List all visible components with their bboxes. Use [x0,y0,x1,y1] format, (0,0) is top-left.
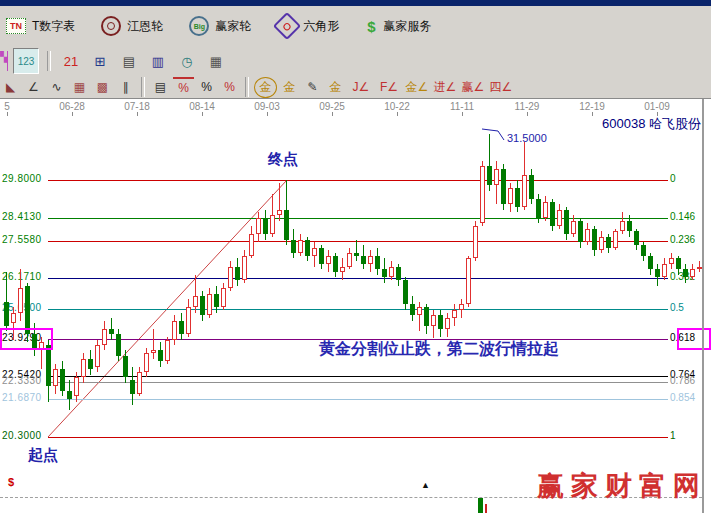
candle-body [319,248,324,264]
highlight-box-right [677,328,711,350]
candle-body [403,280,408,304]
candle-body [529,175,534,199]
candle-body [676,258,681,269]
candle-body [662,264,667,277]
candle-body [431,315,436,326]
candle-body [207,294,212,315]
candle-body [298,240,303,253]
candle-body [564,210,569,234]
candle-body [683,269,688,277]
candle-body [571,221,576,234]
candle-body [592,229,597,250]
app-window: TNT数字表江恩轮Big赢家轮六角形$赢家服务 ▚12321⊞▤▥◷▦ ◣∠∿▦… [0,0,711,513]
candle-body [417,307,422,315]
candle-body [277,210,282,215]
candle-body [522,175,527,207]
chart-right-border [702,99,704,513]
candle-body [326,256,331,264]
fib-line-0.236 [48,241,668,242]
high-pointer-line [482,129,504,140]
candle-body [221,288,226,307]
ratio-label-1: 1 [670,430,676,441]
candle-body [312,248,317,256]
candle-body [179,321,184,334]
candle-body [256,218,261,234]
candle-body [193,296,198,307]
ratio-label-0.146: 0.146 [670,211,695,222]
candle-body [81,359,86,377]
candle-body [228,267,233,288]
golden-section-note: 黄金分割位止跌，第二波行情拉起 [319,339,559,360]
ratio-label-0.854: 0.854 [670,392,695,403]
price-label-26.1710: 26.1710 [2,271,42,282]
candle-wick [195,275,196,313]
candle-body [438,315,443,329]
candle-body [473,226,478,258]
candle-body [186,307,191,334]
candle-body [60,369,65,391]
candle-body [480,166,485,223]
candle-body [634,231,639,245]
candle-body [690,269,695,277]
site-watermark: 赢家财富网 [537,468,707,504]
candle-body [648,256,653,269]
price-label-27.5580: 27.5580 [2,234,42,245]
candle-body [501,169,506,204]
candle-body [424,307,429,326]
candle-body [466,258,471,304]
candle-body [389,267,394,277]
candle-body [116,334,121,356]
candle-body [550,202,555,226]
ratio-label-0.5: 0.5 [670,302,684,313]
candle-body [88,359,93,369]
candle-body [354,253,359,256]
candle-body [410,304,415,315]
candle-body [200,296,205,315]
candle-body [340,267,345,272]
candle-body [46,345,51,386]
candle-body [165,340,170,361]
candle-body [459,304,464,310]
candle-body [494,169,499,185]
start-point-annotation: 起点 [28,446,58,465]
high-price-annotation: 31.5000 [507,132,547,144]
candle-body [606,237,611,248]
candle-body [214,294,219,307]
candle-body [102,329,107,345]
candle-body [578,221,583,242]
candle-body [4,302,9,326]
candle-body [508,188,513,204]
candle-body [67,391,72,399]
candle-body [543,202,548,218]
candle-body [123,356,128,377]
fib-line-0.854 [48,399,668,400]
candle-body [74,377,79,396]
candle-body [270,215,275,234]
candle-body [249,234,254,256]
candle-body [641,245,646,256]
fib-line-1 [48,437,668,438]
candle-body [242,256,247,280]
end-point-annotation: 终点 [268,150,298,169]
candle-body [452,310,457,318]
fib-line-0 [48,180,668,181]
ratio-label-0: 0 [670,173,676,184]
candle-body [25,286,30,334]
candle-body [158,350,163,361]
price-label-22.3330: 22.3330 [2,375,42,386]
candle-wick [153,329,154,359]
candle-body [585,229,590,242]
candle-body [333,256,338,272]
candle-body [172,321,177,340]
candle-body [669,258,674,264]
price-label-29.8000: 29.8000 [2,173,42,184]
candle-body [487,166,492,185]
ratio-label-0.236: 0.236 [670,234,695,245]
candle-body [557,210,562,226]
candle-body [361,256,366,264]
candle-body [445,318,450,329]
candle-body [151,350,156,353]
fib-line-0.5 [48,309,668,310]
candle-body [375,256,380,269]
fib-line-0.382 [48,278,668,279]
